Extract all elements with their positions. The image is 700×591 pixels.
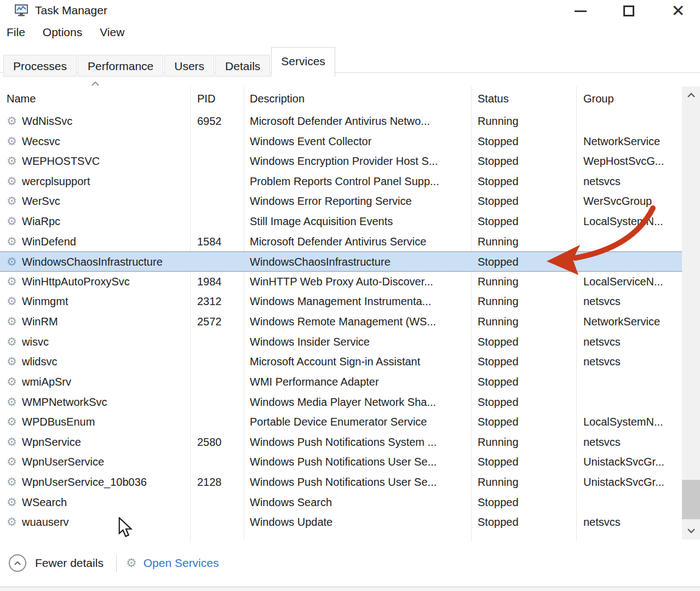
cell-pid: 2312 <box>197 291 241 312</box>
service-gear-icon: ⚙ <box>7 512 17 532</box>
service-gear-icon: ⚙ <box>7 492 17 513</box>
table-row-WpnService[interactable]: ⚙ WpnService 2580 Windows Push Notificat… <box>0 432 682 452</box>
open-services-link[interactable]: ⚙ Open Services <box>126 554 219 572</box>
table-row-WdNisSvc[interactable]: ⚙ WdNisSvc 6952 Microsoft Defender Antiv… <box>0 111 682 131</box>
table-row-WinHttpAutoProxySvc[interactable]: ⚙ WinHttpAutoProxySvc 1984 WinHTTP Web P… <box>0 272 682 292</box>
tab-processes[interactable]: Processes <box>3 55 77 77</box>
cell-status: Stopped <box>478 211 572 232</box>
cell-status: Stopped <box>478 492 572 513</box>
column-header-group[interactable]: Group <box>583 87 614 111</box>
table-row-WindowsChaosInfrastructure[interactable]: ⚙ WindowsChaosInfrastructure WindowsChao… <box>0 251 682 272</box>
service-gear-icon: ⚙ <box>7 392 17 412</box>
cell-description: Microsoft Defender Antivirus Netwo... <box>250 111 468 131</box>
table-row-wmiApSrv[interactable]: ⚙ wmiApSrv WMI Performance Adapter Stopp… <box>0 372 682 392</box>
close-button[interactable]: ✕ <box>661 0 696 22</box>
chevron-up-circle-icon <box>9 554 26 572</box>
cell-status: Stopped <box>478 151 572 171</box>
cell-description: Windows Insider Service <box>250 332 468 352</box>
table-row-wuauserv[interactable]: ⚙ wuauserv Windows Update Stopped netsvc… <box>0 512 682 532</box>
cell-description: Microsoft Defender Antivirus Service <box>250 232 468 252</box>
column-header-status[interactable]: Status <box>478 87 509 111</box>
cell-description: Problem Reports Control Panel Supp... <box>250 171 468 192</box>
cell-group <box>583 392 680 412</box>
service-gear-icon: ⚙ <box>7 332 17 352</box>
table-row-Wecsvc[interactable]: ⚙ Wecsvc Windows Event Collector Stopped… <box>0 131 682 152</box>
tab-performance[interactable]: Performance <box>78 55 163 77</box>
menu-item-file[interactable]: File <box>7 26 25 39</box>
cell-description: Windows Event Collector <box>250 131 468 152</box>
cell-name: WerSvc <box>22 191 186 211</box>
table-row-WinRM[interactable]: ⚙ WinRM 2572 Windows Remote Management (… <box>0 312 682 332</box>
table-row-WerSvc[interactable]: ⚙ WerSvc Windows Error Reporting Service… <box>0 191 682 211</box>
cell-status: Running <box>478 291 572 312</box>
tab-users[interactable]: Users <box>164 55 214 77</box>
table-row-wercplsupport[interactable]: ⚙ wercplsupport Problem Reports Control … <box>0 171 682 192</box>
footer-separator <box>116 555 117 572</box>
task-manager-window: Task Manager ✕ FileOptionsView Processes… <box>0 0 700 591</box>
table-row-WiaRpc[interactable]: ⚙ WiaRpc Still Image Acquisition Events … <box>0 211 682 232</box>
cell-status: Running <box>478 232 572 252</box>
table-row-WpnUserService_10b036[interactable]: ⚙ WpnUserService_10b036 2128 Windows Pus… <box>0 472 682 492</box>
tab-details[interactable]: Details <box>215 55 270 77</box>
cell-group: netsvcs <box>583 332 680 352</box>
scrollbar-thumb[interactable] <box>682 480 700 519</box>
cell-status: Stopped <box>478 412 572 432</box>
cell-name: WinHttpAutoProxySvc <box>22 272 186 292</box>
cell-status: Running <box>478 472 572 492</box>
cell-pid: 1984 <box>197 272 241 292</box>
table-row-Winmgmt[interactable]: ⚙ Winmgmt 2312 Windows Management Instru… <box>0 291 682 312</box>
column-header-pid[interactable]: PID <box>197 87 215 111</box>
scroll-up-button[interactable] <box>682 87 700 104</box>
cell-description: Still Image Acquisition Events <box>250 211 468 232</box>
service-rows: ⚙ WdNisSvc 6952 Microsoft Defender Antiv… <box>0 111 682 532</box>
cell-group: netsvcs <box>583 171 680 192</box>
table-row-WMPNetworkSvc[interactable]: ⚙ WMPNetworkSvc Windows Media Player Net… <box>0 392 682 412</box>
menu-item-view[interactable]: View <box>100 26 124 39</box>
sort-ascending-icon <box>91 81 100 86</box>
table-row-wlidsvc[interactable]: ⚙ wlidsvc Microsoft Account Sign-in Assi… <box>0 352 682 372</box>
service-gear-icon: ⚙ <box>7 171 17 192</box>
table-row-wisvc[interactable]: ⚙ wisvc Windows Insider Service Stopped … <box>0 332 682 352</box>
cell-group <box>583 252 680 271</box>
cell-description: Windows Search <box>250 492 468 513</box>
fewer-details-label: Fewer details <box>35 556 104 570</box>
cell-status: Stopped <box>478 372 572 392</box>
service-gear-icon: ⚙ <box>7 291 17 312</box>
cell-status: Stopped <box>478 131 572 152</box>
table-row-WinDefend[interactable]: ⚙ WinDefend 1584 Microsoft Defender Anti… <box>0 232 682 252</box>
cell-pid: 2580 <box>197 432 241 452</box>
cell-pid <box>197 252 241 271</box>
tab-services[interactable]: Services <box>271 47 335 77</box>
cell-name: WinDefend <box>22 232 186 252</box>
menu-item-options[interactable]: Options <box>43 26 82 39</box>
cell-description: WMI Performance Adapter <box>250 372 468 392</box>
cell-name: WiaRpc <box>22 211 186 232</box>
cell-status: Running <box>478 312 572 332</box>
cell-name: WPDBusEnum <box>22 412 186 432</box>
cell-status: Stopped <box>478 352 572 372</box>
maximize-button[interactable] <box>611 0 646 22</box>
cell-group: UnistackSvcGr... <box>583 472 680 492</box>
minimize-icon <box>575 10 587 12</box>
minimize-button[interactable] <box>563 0 598 22</box>
cell-description: Windows Push Notifications User Se... <box>250 452 468 472</box>
table-row-WEPHOSTSVC[interactable]: ⚙ WEPHOSTSVC Windows Encryption Provider… <box>0 151 682 171</box>
cell-status: Stopped <box>478 191 572 211</box>
cell-name: wlidsvc <box>22 352 186 372</box>
scroll-down-button[interactable] <box>682 522 700 540</box>
service-gear-icon: ⚙ <box>7 191 17 211</box>
table-row-WSearch[interactable]: ⚙ WSearch Windows Search Stopped <box>0 492 682 513</box>
service-gear-icon: ⚙ <box>7 111 17 131</box>
cell-description: Portable Device Enumerator Service <box>250 412 468 432</box>
service-gear-icon: ⚙ <box>7 372 17 392</box>
cell-group: UnistackSvcGr... <box>583 452 680 472</box>
column-header-description[interactable]: Description <box>250 87 305 111</box>
cell-status: Running <box>478 272 572 292</box>
table-row-WPDBusEnum[interactable]: ⚙ WPDBusEnum Portable Device Enumerator … <box>0 412 682 432</box>
vertical-scrollbar[interactable] <box>682 87 700 540</box>
cell-pid <box>197 512 241 532</box>
fewer-details-button[interactable]: Fewer details <box>9 554 104 572</box>
column-header-name[interactable]: Name <box>7 87 36 111</box>
table-row-WpnUserService[interactable]: ⚙ WpnUserService Windows Push Notificati… <box>0 452 682 472</box>
cell-pid <box>197 332 241 352</box>
